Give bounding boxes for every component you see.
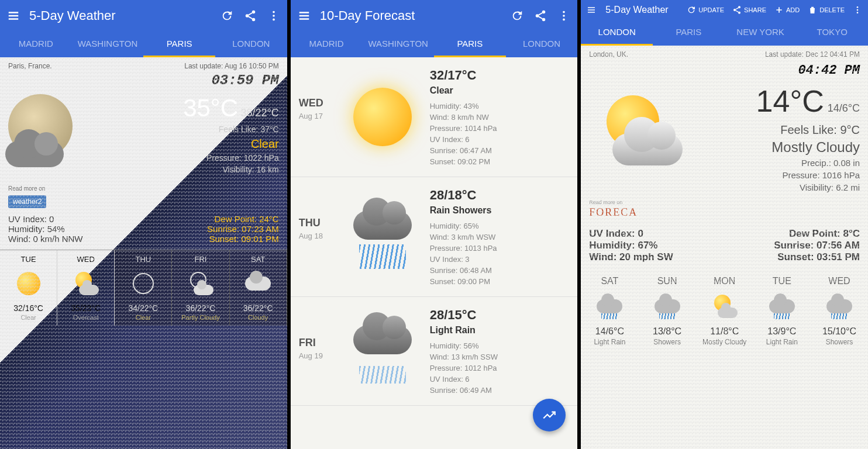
weather-content: London, UK. Last update: Dec 12 04:41 PM… — [581, 46, 868, 449]
refresh-icon[interactable] — [511, 9, 523, 22]
forecast-row-fri[interactable]: FRIAug 19 28/15°C Light Rain Humidity: 5… — [291, 297, 578, 406]
forecast-row-wed[interactable]: WEDAug 17 32/17°C Clear Humidity: 43% Wi… — [291, 57, 578, 177]
menu-icon[interactable] — [7, 9, 20, 22]
tab-paris[interactable]: PARIS — [434, 32, 506, 57]
chart-fab[interactable] — [533, 399, 566, 431]
share-icon[interactable] — [534, 9, 547, 22]
current-weather-icon — [8, 94, 90, 176]
app-header: 5-Day Weather UPDATE SHARE ADD DELETE — [581, 0, 868, 20]
city-tabs: MADRID WASHINGTON PARIS LONDON — [291, 32, 578, 57]
overflow-icon[interactable] — [853, 5, 862, 15]
city-tabs: LONDON PARIS NEW YORK TOKYO — [581, 20, 868, 46]
sunny-icon — [345, 68, 421, 166]
location-label: Paris, France. — [8, 62, 52, 70]
pressure-label: Pressure: 1022 hPa — [102, 153, 279, 163]
svg-point-0 — [252, 11, 255, 14]
tab-london[interactable]: LONDON — [215, 32, 287, 57]
cloudy-icon — [245, 277, 271, 291]
svg-point-17 — [857, 12, 859, 13]
svg-point-1 — [245, 14, 249, 18]
app-header: 5-Day Weather — [0, 0, 287, 32]
screen-5day-paris: 5-Day Weather MADRID WASHINGTON PARIS LO… — [0, 0, 287, 449]
share-button[interactable]: SHARE — [732, 5, 766, 15]
tab-washington[interactable]: WASHINGTON — [72, 32, 144, 57]
tab-newyork[interactable]: NEW YORK — [725, 20, 797, 46]
hilo-temp: 14/6°C — [828, 102, 860, 114]
app-title: 5-Day Weather — [29, 8, 211, 23]
pressure-label: Pressure: 1016 hPa — [694, 170, 860, 180]
tab-london[interactable]: LONDON — [581, 20, 653, 46]
tab-madrid[interactable]: MADRID — [0, 32, 72, 57]
tab-madrid[interactable]: MADRID — [291, 32, 363, 57]
clear-icon — [133, 273, 154, 294]
forecast-list[interactable]: WEDAug 17 32/17°C Clear Humidity: 43% Wi… — [291, 57, 578, 449]
current-temp: 14°C — [756, 84, 824, 118]
condition-label: Mostly Cloudy — [694, 139, 860, 156]
app-title: 5-Day Weather — [605, 5, 677, 15]
svg-point-16 — [857, 9, 859, 11]
mostly-cloudy-icon — [589, 84, 694, 183]
app-title: 10-Day Forecast — [320, 8, 502, 23]
tab-paris[interactable]: PARIS — [653, 20, 725, 46]
svg-point-4 — [273, 15, 275, 17]
partly-cloudy-icon — [188, 272, 213, 295]
update-button[interactable]: UPDATE — [687, 5, 724, 15]
svg-point-11 — [563, 19, 566, 21]
svg-point-12 — [738, 6, 740, 8]
tab-london[interactable]: LONDON — [506, 32, 578, 57]
showers-icon — [826, 299, 852, 313]
svg-point-5 — [273, 19, 275, 21]
svg-point-2 — [252, 18, 255, 21]
partly-cloudy-icon — [73, 272, 99, 295]
last-update-label: Last update: Aug 16 10:50 PM — [184, 62, 278, 70]
add-button[interactable]: ADD — [774, 5, 800, 15]
current-temp: 35°C — [183, 94, 238, 122]
svg-point-15 — [857, 6, 859, 8]
svg-point-10 — [563, 15, 566, 17]
condition-label: Clear — [102, 137, 279, 151]
feels-like: Feels Like: 37°C — [102, 125, 279, 134]
screen-5day-london: 5-Day Weather UPDATE SHARE ADD DELETE LO… — [581, 0, 868, 449]
hilo-temp: 38/22°C — [240, 107, 278, 119]
svg-point-8 — [542, 18, 546, 21]
refresh-icon[interactable] — [221, 9, 233, 22]
light-rain-icon — [345, 308, 421, 395]
city-tabs: MADRID WASHINGTON PARIS LONDON — [0, 32, 287, 57]
delete-button[interactable]: DELETE — [808, 5, 845, 15]
svg-point-9 — [563, 11, 566, 13]
menu-icon[interactable] — [587, 5, 596, 15]
mostly-cloudy-icon — [712, 295, 738, 318]
svg-point-7 — [536, 14, 539, 18]
precip-label: Precip.: 0.08 in — [694, 158, 860, 168]
tab-paris[interactable]: PARIS — [143, 32, 215, 57]
svg-point-13 — [733, 9, 736, 11]
screen-10day-forecast: 10-Day Forecast MADRID WASHINGTON PARIS … — [291, 0, 578, 449]
app-header: 10-Day Forecast — [291, 0, 578, 32]
visibility-label: Visibility: 16 km — [102, 165, 279, 174]
svg-point-14 — [738, 12, 740, 14]
share-icon[interactable] — [244, 9, 257, 22]
svg-point-3 — [273, 11, 275, 13]
menu-icon[interactable] — [298, 9, 311, 22]
forecast-row-thu[interactable]: THUAug 18 28/18°C Rain Showers Humidity:… — [291, 177, 578, 297]
tab-tokyo[interactable]: TOKYO — [796, 20, 868, 46]
weather-content: Paris, France. Last update: Aug 16 10:50… — [0, 57, 287, 449]
showers-icon — [655, 299, 680, 313]
light-rain-icon — [769, 299, 795, 313]
overflow-icon[interactable] — [267, 9, 280, 22]
feels-like: Feels Like: 9°C — [694, 123, 860, 137]
rain-icon — [345, 188, 421, 286]
overflow-icon[interactable] — [557, 9, 570, 22]
svg-point-6 — [542, 11, 546, 14]
tab-washington[interactable]: WASHINGTON — [362, 32, 434, 57]
visibility-label: Visibility: 6.2 mi — [694, 182, 860, 192]
light-rain-icon — [597, 299, 622, 313]
